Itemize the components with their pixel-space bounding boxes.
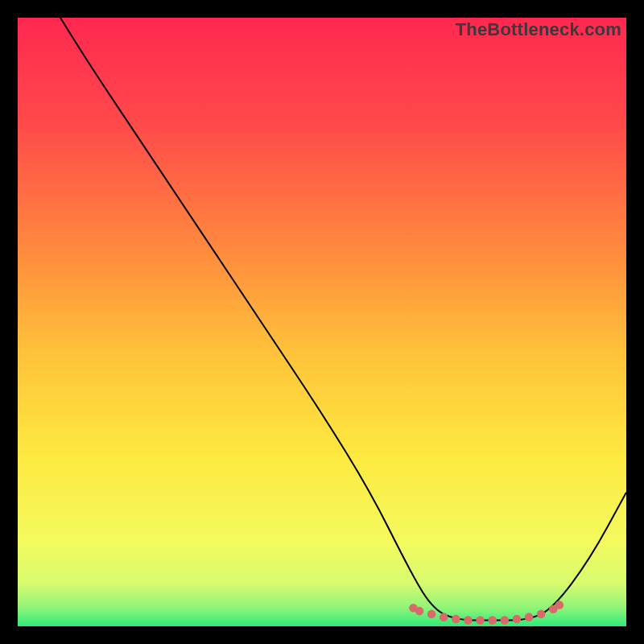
plot-area: TheBottleneck.com: [18, 18, 626, 626]
marker-dot: [501, 616, 510, 625]
marker-dot: [488, 616, 497, 625]
marker-dot: [440, 613, 448, 621]
bottleneck-curve-path: [60, 18, 626, 620]
marker-dot: [476, 616, 485, 625]
marker-dot: [452, 615, 460, 624]
chart-frame: TheBottleneck.com: [0, 0, 644, 644]
marker-dot: [525, 613, 534, 621]
marker-dot: [427, 610, 436, 619]
curve-layer: [18, 18, 626, 626]
marker-dot: [415, 607, 424, 616]
marker-dot: [464, 616, 473, 625]
marker-dot: [537, 610, 546, 619]
marker-dot: [513, 615, 522, 624]
marker-dot: [555, 601, 564, 609]
